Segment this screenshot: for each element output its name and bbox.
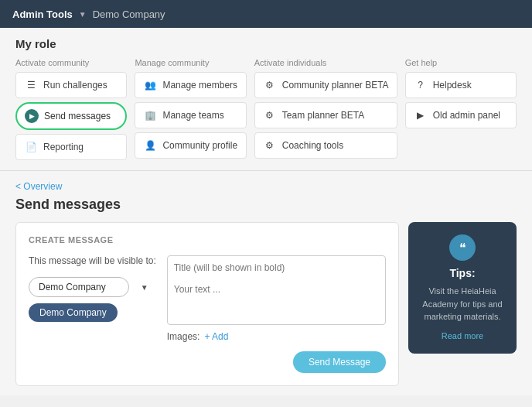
admin-tools-label: Admin Tools: [12, 9, 73, 20]
form-right: Images: + Add: [167, 255, 386, 342]
helpdesk-label: Helpdesk: [433, 80, 472, 91]
company-tag-badge[interactable]: Demo Company: [29, 303, 118, 322]
community-planner-icon: ⚙: [263, 78, 277, 92]
quote-icon: ❝: [449, 234, 476, 261]
team-planner-label: Team planner BETA: [282, 110, 365, 121]
coaching-tools-icon: ⚙: [263, 139, 277, 152]
page-title: Send messages: [15, 197, 517, 213]
menu-item-team-planner[interactable]: ⚙ Team planner BETA: [254, 102, 397, 128]
menu-item-send-messages[interactable]: ▶ Send messages: [15, 102, 127, 130]
menu-item-reporting[interactable]: 📄 Reporting: [15, 134, 127, 160]
menu-item-manage-members[interactable]: 👥 Manage members: [135, 72, 246, 98]
images-row: Images: + Add: [167, 331, 386, 342]
images-label: Images:: [167, 331, 200, 342]
tips-card: ❝ Tips: Visit the HeiaHeia Academy for t…: [408, 222, 517, 354]
create-message-card: CREATE MESSAGE This message will be visi…: [15, 222, 399, 386]
reporting-icon: 📄: [24, 140, 38, 154]
my-role-heading: My role: [15, 37, 517, 50]
menu-item-community-profile[interactable]: 👤 Community profile: [135, 132, 246, 159]
activate-community-col: Activate community ☰ Run challenges ▶ Se…: [15, 58, 127, 164]
main-content: < Overview Send messages CREATE MESSAGE …: [0, 171, 532, 395]
tips-title: Tips:: [419, 267, 506, 279]
send-message-button[interactable]: Send Message: [293, 351, 386, 373]
run-challenges-icon: ☰: [24, 78, 38, 92]
menu-item-helpdesk[interactable]: ? Helpdesk: [405, 72, 517, 98]
manage-teams-icon: 🏢: [143, 108, 157, 122]
helpdesk-icon: ?: [414, 78, 428, 92]
manage-teams-label: Manage teams: [162, 110, 223, 121]
manage-members-label: Manage members: [162, 80, 237, 91]
menu-item-community-planner[interactable]: ⚙ Community planner BETA: [254, 72, 397, 98]
activate-individuals-col: Activate individuals ⚙ Community planner…: [254, 58, 397, 164]
categories-row: Activate community ☰ Run challenges ▶ Se…: [15, 58, 517, 164]
send-messages-label: Send messages: [44, 111, 111, 121]
overview-link[interactable]: < Overview: [15, 181, 62, 192]
community-profile-label: Community profile: [162, 140, 237, 151]
old-admin-panel-label: Old admin panel: [433, 110, 500, 121]
role-section: My role Activate community ☰ Run challen…: [0, 28, 532, 170]
run-challenges-label: Run challenges: [43, 80, 107, 91]
visible-to-label: This message will be visible to:: [29, 255, 156, 266]
reporting-label: Reporting: [43, 142, 84, 152]
company-label: Demo Company: [93, 9, 165, 20]
add-images-link[interactable]: + Add: [204, 331, 228, 342]
menu-item-run-challenges[interactable]: ☰ Run challenges: [15, 72, 127, 98]
content-row: CREATE MESSAGE This message will be visi…: [15, 222, 517, 386]
get-help-col: Get help ? Helpdesk ▶ Old admin panel: [405, 58, 517, 164]
top-nav: Admin Tools ▼ Demo Company: [0, 0, 532, 28]
dropdown-wrapper: Demo Company ▼: [29, 277, 156, 297]
card-title: CREATE MESSAGE: [29, 235, 386, 245]
menu-item-manage-teams[interactable]: 🏢 Manage teams: [135, 102, 246, 128]
company-dropdown[interactable]: Demo Company: [29, 277, 129, 297]
manage-community-col: Manage community 👥 Manage members 🏢 Mana…: [135, 58, 246, 164]
form-row: This message will be visible to: Demo Co…: [29, 255, 386, 342]
tips-read-more-link[interactable]: Read more: [442, 331, 483, 340]
community-planner-label: Community planner BETA: [282, 80, 389, 91]
menu-item-old-admin-panel[interactable]: ▶ Old admin panel: [405, 102, 517, 128]
dropdown-chevron-icon: ▼: [141, 283, 148, 292]
manage-members-icon: 👥: [143, 78, 157, 92]
manage-community-title: Manage community: [135, 58, 246, 67]
form-left: This message will be visible to: Demo Co…: [29, 255, 156, 322]
send-messages-icon: ▶: [25, 109, 39, 123]
dropdown-arrow-icon[interactable]: ▼: [79, 10, 87, 19]
coaching-tools-label: Coaching tools: [282, 140, 343, 151]
team-planner-icon: ⚙: [263, 108, 277, 122]
community-profile-icon: 👤: [143, 139, 157, 152]
activate-community-title: Activate community: [15, 58, 127, 67]
send-btn-row: Send Message: [29, 351, 386, 373]
tips-body: Visit the HeiaHeia Academy for tips and …: [419, 285, 506, 323]
old-admin-panel-icon: ▶: [414, 108, 428, 122]
menu-item-coaching-tools[interactable]: ⚙ Coaching tools: [254, 132, 397, 159]
activate-individuals-title: Activate individuals: [254, 58, 397, 67]
message-textarea[interactable]: [167, 255, 386, 325]
get-help-title: Get help: [405, 58, 517, 67]
